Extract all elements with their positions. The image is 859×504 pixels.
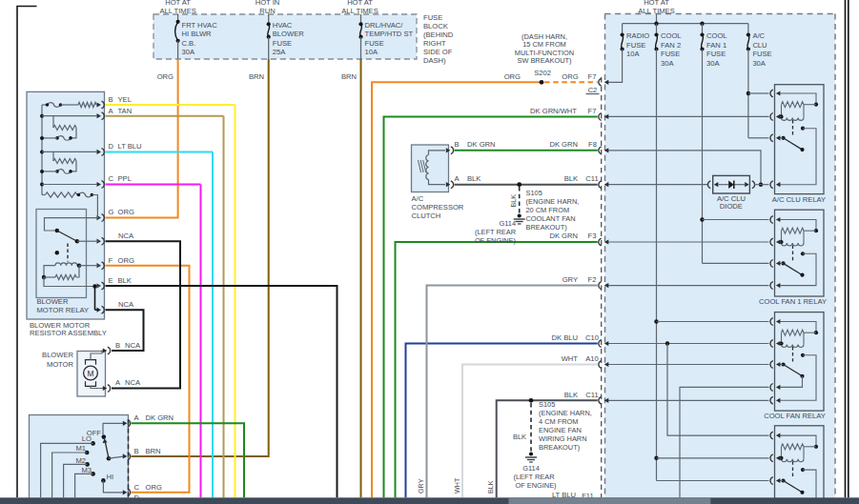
svg-text:(LEFT REAR: (LEFT REAR [475, 228, 516, 236]
svg-text:DK GRN: DK GRN [467, 140, 496, 149]
svg-text:LO: LO [82, 434, 92, 443]
svg-text:RUN: RUN [259, 7, 275, 15]
svg-text:MOTOR RELAY: MOTOR RELAY [37, 306, 90, 314]
svg-text:NCA: NCA [118, 300, 134, 309]
svg-text:M3: M3 [81, 466, 92, 474]
svg-text:B: B [115, 341, 120, 350]
svg-text:FRT HVAC: FRT HVAC [182, 21, 218, 30]
svg-text:COMPRESSOR: COMPRESSOR [412, 203, 464, 212]
svg-text:TAN: TAN [118, 107, 133, 115]
svg-text:(ENGINE HARN,: (ENGINE HARN, [539, 409, 592, 417]
svg-text:ALL TIMES: ALL TIMES [159, 7, 195, 15]
svg-text:25A: 25A [273, 48, 286, 56]
svg-text:(BEHIND: (BEHIND [423, 30, 454, 39]
svg-text:BLK: BLK [486, 480, 495, 494]
svg-text:NCA: NCA [118, 232, 134, 240]
svg-text:A/C: A/C [752, 31, 765, 40]
svg-text:ORG: ORG [146, 483, 162, 492]
svg-text:BLK: BLK [564, 391, 578, 399]
svg-text:S105: S105 [526, 189, 542, 197]
svg-text:B: B [455, 140, 460, 149]
svg-text:FUSE: FUSE [365, 39, 384, 48]
svg-text:OF ENGINE): OF ENGINE) [515, 481, 556, 490]
svg-text:B: B [134, 447, 139, 455]
svg-text:ORG: ORG [118, 256, 134, 265]
svg-text:FUSE: FUSE [626, 41, 645, 50]
svg-text:BREAKOUT): BREAKOUT) [539, 443, 580, 452]
svg-text:30A: 30A [182, 48, 195, 56]
svg-text:COOL: COOL [661, 31, 682, 40]
svg-text:20 CM FROM: 20 CM FROM [526, 206, 570, 214]
svg-text:DIODE: DIODE [720, 202, 743, 211]
svg-text:A10: A10 [585, 354, 599, 363]
svg-text:LT BLU: LT BLU [552, 491, 576, 499]
svg-text:C: C [109, 174, 114, 183]
svg-text:BLK: BLK [564, 174, 578, 183]
svg-text:C11: C11 [585, 391, 598, 399]
svg-text:FUSE: FUSE [752, 50, 771, 58]
svg-text:C10: C10 [585, 333, 599, 342]
svg-text:S105: S105 [539, 400, 555, 409]
svg-text:10A: 10A [626, 50, 640, 58]
svg-text:ORG: ORG [118, 208, 134, 216]
svg-text:C: C [134, 483, 140, 492]
svg-text:DASH): DASH) [423, 56, 446, 65]
svg-text:PPL: PPL [118, 174, 132, 183]
svg-text:F: F [109, 256, 113, 265]
svg-text:FUSE: FUSE [423, 13, 442, 22]
svg-text:SW BREAKOUT): SW BREAKOUT) [517, 56, 571, 65]
svg-text:30A: 30A [661, 59, 674, 68]
svg-text:RADIO: RADIO [626, 31, 649, 40]
svg-text:DK GRN: DK GRN [146, 413, 174, 422]
svg-text:FUSE: FUSE [661, 50, 680, 58]
svg-text:NCA: NCA [125, 341, 141, 350]
svg-text:M: M [88, 369, 94, 378]
svg-text:ENGINE FAN: ENGINE FAN [539, 426, 582, 434]
svg-text:DK GRN/WHT: DK GRN/WHT [530, 107, 577, 115]
svg-text:BLOWER: BLOWER [273, 30, 304, 38]
svg-text:BLK: BLK [509, 194, 518, 208]
svg-text:DK BLU: DK BLU [552, 333, 578, 342]
svg-text:FUSE: FUSE [273, 39, 292, 48]
svg-text:BLOWER: BLOWER [37, 297, 69, 306]
svg-text:ALL TIMES: ALL TIMES [638, 7, 674, 15]
svg-text:F7: F7 [588, 72, 597, 81]
svg-text:(ENGINE HARN,: (ENGINE HARN, [526, 197, 580, 206]
svg-text:YEL: YEL [118, 95, 132, 104]
svg-text:MOTOR: MOTOR [47, 360, 74, 369]
svg-text:GRY: GRY [417, 478, 425, 494]
svg-text:ORG: ORG [157, 72, 174, 81]
svg-text:BLK: BLK [513, 433, 526, 441]
svg-text:F3: F3 [588, 232, 597, 240]
svg-text:COOL: COOL [706, 31, 727, 40]
svg-text:NCA: NCA [125, 378, 141, 387]
svg-text:RESISTOR ASSEMBLY: RESISTOR ASSEMBLY [30, 329, 107, 337]
svg-text:BRN: BRN [341, 72, 357, 81]
svg-text:DK GRN: DK GRN [549, 232, 578, 240]
svg-text:CLU: CLU [752, 41, 767, 50]
svg-text:WIRING HARN: WIRING HARN [539, 434, 587, 443]
svg-text:C11: C11 [585, 174, 598, 183]
svg-text:HVAC: HVAC [273, 21, 293, 30]
svg-text:DK GRN: DK GRN [549, 140, 578, 149]
svg-text:TEMP/HTD ST: TEMP/HTD ST [365, 30, 414, 38]
svg-text:D: D [109, 142, 114, 151]
svg-text:(LEFT REAR: (LEFT REAR [514, 473, 555, 481]
svg-text:BLK: BLK [467, 174, 481, 183]
svg-text:HI BLWR: HI BLWR [182, 30, 213, 38]
svg-text:COOLANT FAN: COOLANT FAN [526, 214, 576, 223]
svg-text:C.B.: C.B. [182, 39, 196, 48]
svg-text:WHT: WHT [562, 354, 579, 363]
svg-text:F8: F8 [588, 140, 597, 149]
svg-text:ORG: ORG [562, 72, 578, 81]
svg-text:G: G [109, 208, 114, 216]
svg-text:G114: G114 [522, 464, 540, 473]
svg-text:10A: 10A [365, 48, 378, 56]
svg-text:S202: S202 [534, 69, 551, 77]
svg-text:LT BLU: LT BLU [118, 142, 142, 151]
svg-text:30A: 30A [752, 59, 766, 68]
svg-text:BRN: BRN [146, 447, 161, 455]
svg-text:F2: F2 [588, 275, 597, 284]
svg-text:E: E [109, 276, 113, 285]
svg-text:HI: HI [107, 473, 114, 481]
